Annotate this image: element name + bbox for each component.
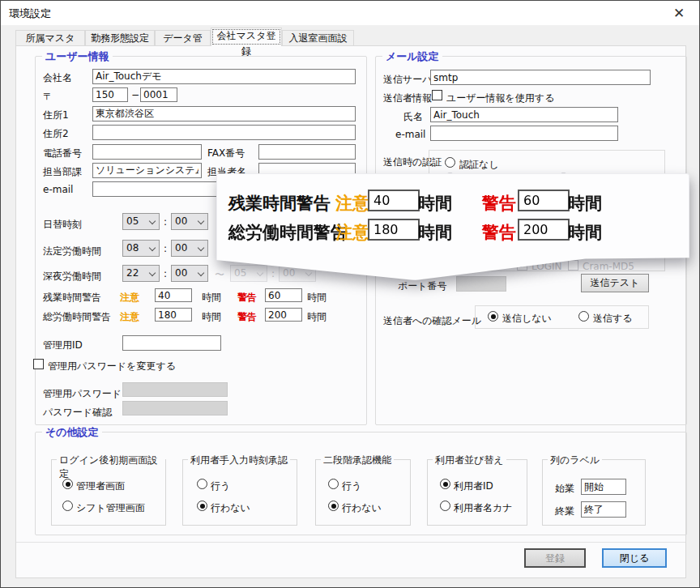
sort-kana-radio[interactable] bbox=[440, 501, 450, 511]
overlay-overtime-warn: 警告 bbox=[482, 192, 516, 215]
change-password-label: 管理用パスワードを変更する bbox=[48, 360, 176, 373]
tab-entry-exit-screen[interactable]: 入退室画面設定 bbox=[282, 30, 354, 46]
tab-affiliation-master[interactable]: 所属マスタ登録 bbox=[15, 30, 85, 46]
postal-label: 〒 bbox=[43, 90, 53, 104]
postal-dash: − bbox=[131, 89, 139, 100]
start-work-label: 始業 bbox=[555, 482, 574, 496]
end-work-input[interactable] bbox=[581, 501, 626, 518]
overtime-warn-label: 残業時間警告 bbox=[43, 291, 101, 305]
initial-screen-title: ログイン後初期画面設定 bbox=[57, 454, 165, 481]
overlay-hours-unit: 時間 bbox=[568, 221, 602, 244]
overtime-caution-label: 注意 bbox=[120, 291, 139, 305]
use-user-info-label: ユーザー情報を使用する bbox=[446, 92, 554, 105]
total-caution-label: 注意 bbox=[120, 310, 139, 324]
shift-screen-radio[interactable] bbox=[62, 501, 73, 511]
register-button[interactable]: 登録 bbox=[524, 548, 586, 568]
postal-input-2[interactable] bbox=[140, 87, 177, 102]
overlay-hours-unit: 時間 bbox=[568, 192, 602, 215]
postal-input-1[interactable] bbox=[92, 87, 128, 102]
two-step-box: 二段階承認機能 bbox=[315, 459, 411, 526]
total-warn-word: 警告 bbox=[237, 310, 257, 324]
overlay-total-warn: 警告 bbox=[482, 221, 516, 244]
titlebar: 環境設定 ✕ bbox=[1, 1, 699, 25]
two-step-yes-radio[interactable] bbox=[328, 479, 339, 489]
overlay-overtime-caution-value bbox=[368, 190, 420, 211]
magnifier-overlay-card: 残業時間警告 注意 時間 警告 時間 総労働時間警告 注意 時間 警告 時間 bbox=[216, 173, 689, 280]
tab-work-style[interactable]: 勤務形態設定 bbox=[85, 30, 155, 46]
overtime-warn-input[interactable] bbox=[265, 288, 302, 302]
confirm-no-radio[interactable] bbox=[488, 311, 498, 322]
manual-approve-yes-radio[interactable] bbox=[197, 479, 207, 489]
magnifier-overlay: 残業時間警告 注意 時間 警告 時間 総労働時間警告 注意 時間 警告 時間 bbox=[216, 173, 689, 280]
sender-email-input[interactable] bbox=[430, 126, 618, 141]
manual-approve-box: 利用者手入力時刻承認 bbox=[182, 459, 297, 526]
overlay-overtime-label: 残業時間警告 bbox=[228, 192, 331, 215]
tab-data-management[interactable]: データ管理 bbox=[155, 30, 211, 46]
total-warn-input[interactable] bbox=[265, 308, 302, 322]
day-change-hour-select[interactable]: 05 bbox=[122, 213, 160, 230]
smtp-server-input[interactable] bbox=[430, 70, 651, 85]
sort-id-radio[interactable] bbox=[440, 479, 450, 489]
settings-window: 環境設定 ✕ 所属マスタ登録 勤務形態設定 データ管理 会社マスタ登録 入退室画… bbox=[0, 0, 700, 588]
sort-title: 利用者並び替え bbox=[433, 454, 506, 467]
chevron-down-icon bbox=[149, 245, 156, 251]
company-name-label: 会社名 bbox=[43, 71, 72, 85]
overlay-hours-unit: 時間 bbox=[418, 221, 452, 244]
confirm-yes-radio[interactable] bbox=[578, 311, 589, 322]
day-change-min-select[interactable]: 00 bbox=[171, 213, 208, 230]
admin-id-input[interactable] bbox=[122, 335, 221, 351]
two-step-title: 二段階承認機能 bbox=[321, 454, 394, 467]
department-input[interactable] bbox=[92, 163, 202, 178]
close-button[interactable]: 閉じる bbox=[602, 548, 667, 568]
column-labels-title: 列のラベル bbox=[548, 454, 602, 467]
two-step-no-radio[interactable] bbox=[328, 501, 339, 511]
auth-none-radio[interactable] bbox=[445, 157, 455, 168]
company-name-input[interactable] bbox=[92, 69, 356, 84]
change-password-checkbox[interactable] bbox=[33, 359, 44, 369]
night-start-hour-select[interactable]: 22 bbox=[122, 265, 160, 282]
chevron-down-icon bbox=[198, 270, 204, 276]
legal-hour-select[interactable]: 08 bbox=[122, 240, 160, 257]
chevron-down-icon bbox=[149, 218, 156, 224]
confirm-yes-label: 送信する bbox=[593, 312, 633, 326]
legal-min-select[interactable]: 00 bbox=[171, 240, 208, 257]
admin-screen-radio[interactable] bbox=[62, 479, 73, 489]
hours-unit: 時間 bbox=[202, 291, 221, 305]
fax-input[interactable] bbox=[258, 144, 356, 160]
legal-hours-label: 法定労働時間 bbox=[43, 245, 101, 258]
sender-email-label: e-mail bbox=[395, 129, 425, 140]
address2-input[interactable] bbox=[92, 125, 356, 140]
hours-unit: 時間 bbox=[202, 310, 221, 324]
phone-input[interactable] bbox=[92, 144, 202, 160]
colon: : bbox=[164, 268, 167, 279]
colon: : bbox=[164, 243, 167, 254]
overlay-total-label: 総労働時間警告 bbox=[228, 221, 348, 244]
password-confirm-input bbox=[122, 401, 228, 415]
start-work-input[interactable] bbox=[581, 479, 626, 495]
tab-company-master[interactable]: 会社マスタ登録 bbox=[211, 28, 282, 46]
group-others-title: その他設定 bbox=[42, 425, 102, 440]
footer-separator bbox=[16, 542, 685, 543]
admin-password-label: 管理用パスワード bbox=[43, 387, 122, 401]
manual-approve-no-radio[interactable] bbox=[197, 501, 207, 511]
admin-password-input bbox=[122, 382, 228, 397]
address2-label: 住所2 bbox=[43, 127, 69, 141]
overlay-hours-unit: 時間 bbox=[418, 192, 452, 215]
manual-approve-title: 利用者手入力時刻承認 bbox=[188, 454, 290, 467]
hours-unit: 時間 bbox=[307, 291, 327, 305]
address1-input[interactable] bbox=[92, 106, 356, 121]
total-caution-input[interactable] bbox=[155, 308, 192, 322]
use-user-info-checkbox[interactable] bbox=[432, 90, 442, 100]
overlay-overtime-caution: 注意 bbox=[335, 192, 369, 215]
close-icon[interactable]: ✕ bbox=[670, 4, 688, 22]
colon: : bbox=[164, 216, 167, 228]
sender-name-input[interactable] bbox=[430, 107, 618, 122]
overlay-total-caution: 注意 bbox=[335, 221, 369, 244]
overtime-caution-input[interactable] bbox=[155, 288, 192, 302]
sort-kana-label: 利用者名カナ bbox=[454, 501, 513, 515]
two-step-no-label: 行わない bbox=[342, 501, 382, 515]
total-warn-label: 総労働時間警告 bbox=[43, 310, 111, 324]
night-start-min-select[interactable]: 00 bbox=[171, 265, 208, 282]
email-label: e-mail bbox=[43, 184, 73, 195]
confirm-mail-label: 送信者への確認メール bbox=[383, 314, 481, 328]
